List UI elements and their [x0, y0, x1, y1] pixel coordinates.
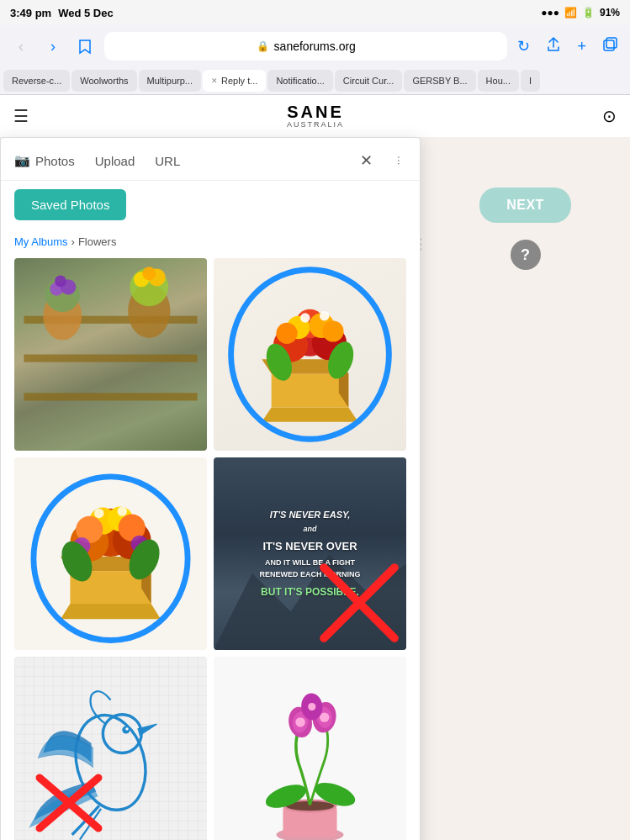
tabs-button[interactable] — [598, 33, 622, 61]
tab-label: Hou... — [486, 76, 511, 86]
svg-point-14 — [142, 267, 156, 280]
svg-marker-32 — [61, 604, 161, 619]
shelf-flowers-svg — [14, 258, 207, 451]
bird-drawing-svg — [14, 657, 207, 840]
breadcrumb-separator: › — [71, 235, 75, 248]
orchid-svg — [214, 657, 406, 840]
bookmarks-button[interactable] — [72, 34, 98, 59]
browser-actions: ↻ + — [514, 33, 622, 61]
svg-marker-15 — [262, 407, 358, 421]
camera-icon: 📷 — [14, 153, 30, 168]
upload-tab-label: Upload — [95, 154, 135, 168]
url-text: saneforums.org — [274, 40, 356, 53]
search-icon[interactable]: ⊙ — [602, 106, 617, 126]
svg-rect-4 — [24, 393, 197, 400]
tab-notification[interactable]: Notificatio... — [267, 70, 332, 92]
tab-multipurp[interactable]: Multipurp... — [139, 70, 201, 92]
tab-label: Circuit Cur... — [343, 76, 394, 86]
photo-item-1[interactable] — [14, 258, 207, 451]
photo-item-5[interactable] — [14, 657, 207, 840]
svg-point-48 — [118, 506, 127, 515]
tab-gersby[interactable]: GERSBY B... — [404, 70, 475, 92]
lock-icon: 🔒 — [257, 40, 269, 52]
hamburger-icon[interactable]: ☰ — [13, 106, 29, 126]
tab-close-icon[interactable]: ✕ — [211, 77, 218, 85]
tab-photos[interactable]: 📷 Photos — [14, 150, 75, 172]
modal-more-button[interactable]: ··· — [393, 156, 406, 166]
browser-chrome: ‹ › 🔒 saneforums.org ↻ + — [0, 25, 630, 95]
tab-hou[interactable]: Hou... — [478, 70, 519, 92]
breadcrumb-current: Flowers — [78, 235, 117, 248]
photos-tab-label: Photos — [35, 154, 75, 168]
tab-reverse-c[interactable]: Reverse-c... — [3, 70, 70, 92]
svg-point-25 — [276, 323, 297, 344]
breadcrumb-root[interactable]: My Albums — [14, 235, 68, 248]
photo-item-2[interactable] — [214, 258, 406, 451]
battery-icon: 🔋 — [582, 7, 595, 18]
forward-button[interactable]: › — [40, 34, 66, 59]
status-icons: ●●● 📶 🔋 91% — [541, 7, 620, 18]
modal-close-button[interactable]: ✕ — [360, 153, 373, 168]
tab-upload[interactable]: Upload — [95, 151, 135, 172]
upload-modal: 📷 Photos Upload URL ✕ ··· Saved Photos M… — [0, 137, 421, 840]
status-bar: 3:49 pm Wed 5 Dec ●●● 📶 🔋 91% — [0, 0, 630, 25]
time: 3:49 pm — [10, 7, 51, 19]
bouquet-orange-svg — [14, 457, 207, 650]
tab-reply[interactable]: ✕ Reply t... — [203, 70, 266, 92]
page-wrapper: ☰ SANE AUSTRALIA ⊙ 📷 Photos Upload URL — [0, 95, 630, 840]
bouquet-red-svg — [214, 258, 406, 451]
signal-icon: 📶 — [564, 7, 577, 18]
photo-item-6[interactable] — [214, 657, 406, 840]
status-time-date: 3:49 pm Wed 5 Dec — [10, 7, 114, 19]
modal-header: 📷 Photos Upload URL ✕ ··· — [1, 138, 420, 181]
tab-label: Notificatio... — [276, 76, 324, 86]
share-button[interactable] — [542, 33, 565, 61]
svg-point-47 — [94, 509, 103, 518]
tab-i[interactable]: I — [521, 70, 540, 92]
svg-point-73 — [308, 703, 315, 711]
tab-label: I — [529, 76, 532, 86]
photos-grid: IT'S NEVER EASY, and IT'S NEVER OVER AND… — [1, 255, 420, 840]
back-button[interactable]: ‹ — [8, 34, 34, 59]
svg-point-57 — [125, 727, 128, 730]
saved-photos-button[interactable]: Saved Photos — [14, 189, 126, 220]
svg-point-30 — [320, 311, 329, 320]
svg-rect-3 — [24, 355, 197, 362]
address-bar[interactable]: 🔒 saneforums.org — [104, 32, 507, 61]
tab-label: Woolworths — [80, 76, 128, 86]
tab-label: Reverse-c... — [12, 76, 61, 86]
help-button[interactable]: ? — [511, 240, 541, 270]
tab-circuit[interactable]: Circuit Cur... — [335, 70, 403, 92]
svg-rect-0 — [604, 40, 614, 50]
svg-point-29 — [300, 313, 310, 322]
browser-tabs: Reverse-c... Woolworths Multipurp... ✕ R… — [0, 67, 630, 94]
tab-label: Reply t... — [221, 76, 257, 86]
url-tab-label: URL — [155, 154, 180, 168]
right-panel: NEXT ? — [421, 137, 630, 840]
site-logo: SANE AUSTRALIA — [287, 103, 344, 129]
svg-point-68 — [295, 717, 304, 726]
tab-label: GERSBY B... — [412, 76, 467, 86]
wifi-icon: ●●● — [541, 7, 559, 18]
site-header: ☰ SANE AUSTRALIA ⊙ — [0, 95, 630, 137]
battery-percent: 91% — [600, 7, 620, 18]
svg-point-26 — [322, 320, 343, 341]
tab-url[interactable]: URL — [155, 151, 180, 172]
tab-woolworths[interactable]: Woolworths — [71, 70, 136, 92]
svg-point-9 — [55, 276, 66, 288]
photo-item-3[interactable] — [14, 457, 207, 650]
new-tab-button[interactable]: + — [574, 34, 590, 59]
modal-tabs: 📷 Photos Upload URL — [14, 150, 180, 172]
browser-nav: ‹ › 🔒 saneforums.org ↻ + — [0, 25, 630, 67]
breadcrumb: My Albums › Flowers — [1, 229, 420, 255]
date: Wed 5 Dec — [58, 7, 114, 19]
tab-label: Multipurp... — [147, 76, 193, 86]
reload-button[interactable]: ↻ — [514, 34, 533, 59]
next-button[interactable]: NEXT — [479, 188, 571, 223]
svg-rect-1 — [606, 38, 617, 48]
photo-item-4[interactable]: IT'S NEVER EASY, and IT'S NEVER OVER AND… — [214, 457, 406, 650]
